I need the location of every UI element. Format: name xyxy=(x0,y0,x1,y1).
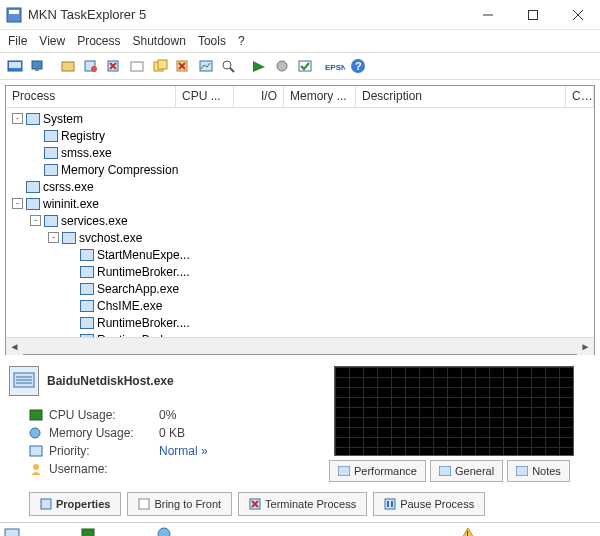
expander-icon[interactable]: - xyxy=(48,232,59,243)
tool-icon-6[interactable] xyxy=(126,55,148,77)
svg-line-24 xyxy=(230,68,234,72)
process-list: Process CPU ... I/O Memory ... Descripti… xyxy=(5,85,595,355)
process-big-icon xyxy=(9,366,39,396)
process-icon xyxy=(80,317,94,329)
col-process[interactable]: Process xyxy=(6,86,176,107)
pause-button[interactable]: Pause Process xyxy=(373,492,485,516)
memory-value: 0 KB xyxy=(159,426,185,440)
expander-icon[interactable]: - xyxy=(12,198,23,209)
tool-icon-10[interactable] xyxy=(218,55,240,77)
svg-rect-37 xyxy=(30,446,42,456)
window-title: MKN TaskExplorer 5 xyxy=(28,7,465,22)
tool-icon-3[interactable] xyxy=(57,55,79,77)
tool-icon-12[interactable] xyxy=(271,55,293,77)
tree-row[interactable]: SearchApp.exe xyxy=(6,280,594,297)
col-description[interactable]: Description xyxy=(356,86,566,107)
bring-to-front-button[interactable]: Bring to Front xyxy=(127,492,232,516)
tool-icon-1[interactable] xyxy=(4,55,26,77)
terminate-icon xyxy=(249,498,261,510)
tool-icon-5[interactable] xyxy=(103,55,125,77)
expander-icon[interactable]: - xyxy=(30,215,41,226)
status-icon-2 xyxy=(80,527,96,537)
menu-view[interactable]: View xyxy=(39,34,65,48)
minimize-button[interactable] xyxy=(465,0,510,29)
svg-point-36 xyxy=(30,428,40,438)
tab-notes[interactable]: Notes xyxy=(507,460,570,482)
tool-icon-11[interactable] xyxy=(248,55,270,77)
process-icon xyxy=(26,113,40,125)
svg-rect-8 xyxy=(32,61,42,69)
menu-process[interactable]: Process xyxy=(77,34,120,48)
svg-rect-10 xyxy=(62,62,74,71)
svg-rect-49 xyxy=(391,501,393,507)
svg-rect-41 xyxy=(516,466,528,476)
svg-rect-1 xyxy=(9,10,19,14)
help-icon[interactable]: ? xyxy=(347,55,369,77)
process-icon xyxy=(80,249,94,261)
tool-icon-9[interactable] xyxy=(195,55,217,77)
column-headers: Process CPU ... I/O Memory ... Descripti… xyxy=(6,86,594,108)
svg-rect-9 xyxy=(35,69,39,71)
expander-icon[interactable]: - xyxy=(12,113,23,124)
tab-performance[interactable]: Performance xyxy=(329,460,426,482)
terminate-button[interactable]: Terminate Process xyxy=(238,492,367,516)
chart-icon xyxy=(338,466,350,476)
status-icon-3 xyxy=(156,527,172,537)
memory-icon xyxy=(29,427,43,439)
memory-label: Memory Usage: xyxy=(49,426,159,440)
tree-row[interactable]: smss.exe xyxy=(6,144,594,161)
priority-value[interactable]: Normal » xyxy=(159,444,208,458)
process-name: svchost.exe xyxy=(79,231,142,245)
menu-help[interactable]: ? xyxy=(238,34,245,48)
tool-icon-4[interactable] xyxy=(80,55,102,77)
statusbar: ! xyxy=(0,522,600,536)
tree-row[interactable]: RuntimeBroker.... xyxy=(6,263,594,280)
process-icon xyxy=(44,147,58,159)
tab-general[interactable]: General xyxy=(430,460,503,482)
scroll-left-icon[interactable]: ◄ xyxy=(6,338,23,355)
tree-row[interactable]: -svchost.exe xyxy=(6,229,594,246)
col-cpu[interactable]: CPU ... xyxy=(176,86,234,107)
note-icon xyxy=(516,466,528,476)
tool-icon-2[interactable] xyxy=(27,55,49,77)
col-io[interactable]: I/O xyxy=(234,86,284,107)
tree-row[interactable]: csrss.exe xyxy=(6,178,594,195)
maximize-button[interactable] xyxy=(510,0,555,29)
tree-row[interactable]: Registry xyxy=(6,127,594,144)
menu-shutdown[interactable]: Shutdown xyxy=(133,34,186,48)
menu-file[interactable]: File xyxy=(8,34,27,48)
properties-button[interactable]: Properties xyxy=(29,492,121,516)
list-icon xyxy=(439,466,451,476)
process-name: csrss.exe xyxy=(43,180,94,194)
tree-body[interactable]: -SystemRegistrysmss.exeMemory Compressio… xyxy=(6,108,594,337)
tree-row[interactable]: -System xyxy=(6,110,594,127)
tool-icon-8[interactable] xyxy=(172,55,194,77)
tree-row[interactable]: StartMenuExpe... xyxy=(6,246,594,263)
menu-tools[interactable]: Tools xyxy=(198,34,226,48)
process-name: RuntimeBroker.... xyxy=(97,265,190,279)
scroll-right-icon[interactable]: ► xyxy=(577,338,594,355)
close-button[interactable] xyxy=(555,0,600,29)
svg-rect-18 xyxy=(158,60,167,69)
tree-row[interactable]: RuntimeBroker.... xyxy=(6,314,594,331)
svg-text:EPSN: EPSN xyxy=(325,63,345,72)
process-icon xyxy=(44,164,58,176)
process-icon xyxy=(62,232,76,244)
tool-icon-14[interactable]: EPSN xyxy=(324,55,346,77)
process-icon xyxy=(26,181,40,193)
tree-row[interactable]: ChsIME.exe xyxy=(6,297,594,314)
hscrollbar[interactable]: ◄ ► xyxy=(6,337,594,354)
col-co[interactable]: Co xyxy=(566,86,594,107)
svg-point-26 xyxy=(277,61,287,71)
user-icon xyxy=(29,463,43,475)
tool-icon-13[interactable] xyxy=(294,55,316,77)
col-memory[interactable]: Memory ... xyxy=(284,86,356,107)
performance-graph xyxy=(334,366,574,456)
process-icon xyxy=(44,130,58,142)
tree-row[interactable]: -services.exe xyxy=(6,212,594,229)
menubar: File View Process Shutdown Tools ? xyxy=(0,30,600,52)
tool-icon-7[interactable] xyxy=(149,55,171,77)
tree-row[interactable]: -wininit.exe xyxy=(6,195,594,212)
tree-row[interactable]: Memory Compression xyxy=(6,161,594,178)
status-icon-1 xyxy=(4,527,20,537)
